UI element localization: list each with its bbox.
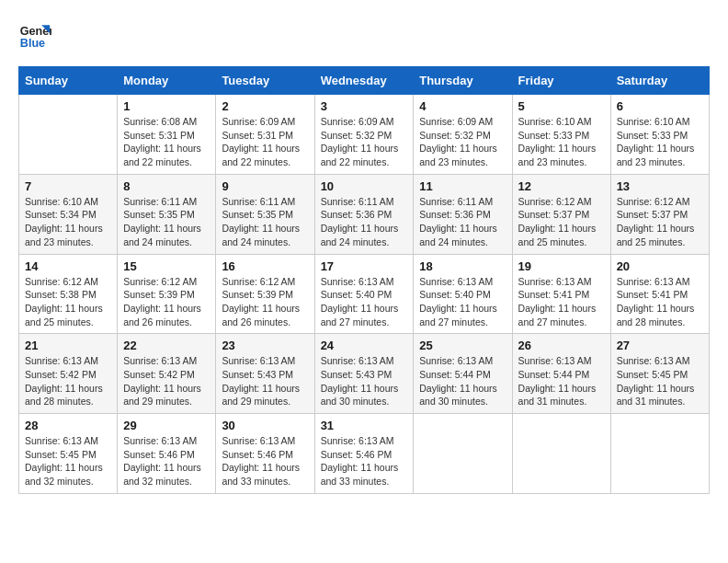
header-friday: Friday	[512, 67, 610, 95]
day-cell: 2Sunrise: 6:09 AMSunset: 5:31 PMDaylight…	[216, 95, 314, 175]
day-detail: Sunrise: 6:13 AMSunset: 5:41 PMDaylight:…	[518, 275, 605, 329]
day-number: 11	[419, 179, 506, 193]
day-number: 21	[25, 339, 111, 352]
day-cell: 13Sunrise: 6:12 AMSunset: 5:37 PMDayligh…	[610, 174, 709, 254]
day-detail: Sunrise: 6:12 AMSunset: 5:39 PMDaylight:…	[222, 275, 308, 329]
day-cell: 22Sunrise: 6:13 AMSunset: 5:42 PMDayligh…	[118, 334, 216, 414]
day-number: 15	[123, 259, 210, 273]
day-number: 12	[518, 179, 605, 193]
day-detail: Sunrise: 6:11 AMSunset: 5:35 PMDaylight:…	[123, 195, 210, 249]
logo: General Blue	[18, 18, 57, 52]
header-tuesday: Tuesday	[216, 67, 314, 95]
day-number: 5	[518, 99, 605, 113]
day-detail: Sunrise: 6:12 AMSunset: 5:38 PMDaylight:…	[25, 275, 111, 329]
page-header: General Blue	[18, 18, 710, 52]
day-detail: Sunrise: 6:13 AMSunset: 5:45 PMDaylight:…	[617, 354, 703, 408]
day-detail: Sunrise: 6:12 AMSunset: 5:39 PMDaylight:…	[123, 275, 210, 329]
logo-icon: General Blue	[18, 18, 51, 52]
day-cell: 1Sunrise: 6:08 AMSunset: 5:31 PMDaylight…	[118, 95, 216, 175]
day-number: 30	[222, 419, 308, 432]
day-detail: Sunrise: 6:13 AMSunset: 5:43 PMDaylight:…	[321, 354, 408, 408]
day-cell: 9Sunrise: 6:11 AMSunset: 5:35 PMDaylight…	[216, 174, 314, 254]
day-detail: Sunrise: 6:11 AMSunset: 5:35 PMDaylight:…	[222, 195, 308, 249]
svg-text:Blue: Blue	[20, 37, 45, 50]
day-cell: 16Sunrise: 6:12 AMSunset: 5:39 PMDayligh…	[216, 254, 314, 334]
day-detail: Sunrise: 6:13 AMSunset: 5:40 PMDaylight:…	[419, 275, 506, 329]
day-cell: 4Sunrise: 6:09 AMSunset: 5:32 PMDaylight…	[414, 95, 512, 175]
day-cell	[19, 95, 118, 175]
day-number: 23	[222, 339, 308, 352]
day-number: 8	[123, 179, 210, 193]
day-number: 6	[617, 99, 703, 113]
day-number: 7	[25, 179, 111, 193]
week-row-3: 21Sunrise: 6:13 AMSunset: 5:42 PMDayligh…	[19, 334, 710, 414]
day-detail: Sunrise: 6:13 AMSunset: 5:43 PMDaylight:…	[222, 354, 308, 408]
day-cell: 21Sunrise: 6:13 AMSunset: 5:42 PMDayligh…	[19, 334, 118, 414]
day-number: 2	[222, 99, 308, 113]
day-cell: 12Sunrise: 6:12 AMSunset: 5:37 PMDayligh…	[512, 174, 610, 254]
day-detail: Sunrise: 6:13 AMSunset: 5:44 PMDaylight:…	[419, 354, 506, 408]
day-number: 16	[222, 259, 308, 273]
day-number: 18	[419, 259, 506, 273]
day-number: 26	[518, 339, 605, 352]
day-number: 25	[419, 339, 506, 352]
header-wednesday: Wednesday	[314, 67, 414, 95]
day-cell: 6Sunrise: 6:10 AMSunset: 5:33 PMDaylight…	[610, 95, 709, 175]
day-detail: Sunrise: 6:09 AMSunset: 5:31 PMDaylight:…	[222, 115, 308, 169]
day-cell: 17Sunrise: 6:13 AMSunset: 5:40 PMDayligh…	[314, 254, 414, 334]
day-detail: Sunrise: 6:13 AMSunset: 5:46 PMDaylight:…	[321, 434, 408, 488]
day-cell: 3Sunrise: 6:09 AMSunset: 5:32 PMDaylight…	[314, 95, 414, 175]
day-cell: 31Sunrise: 6:13 AMSunset: 5:46 PMDayligh…	[314, 414, 414, 494]
day-cell	[414, 414, 512, 494]
day-cell: 24Sunrise: 6:13 AMSunset: 5:43 PMDayligh…	[314, 334, 414, 414]
day-cell: 19Sunrise: 6:13 AMSunset: 5:41 PMDayligh…	[512, 254, 610, 334]
day-number: 17	[321, 259, 408, 273]
day-number: 31	[321, 419, 408, 432]
day-number: 28	[25, 419, 111, 432]
day-cell: 10Sunrise: 6:11 AMSunset: 5:36 PMDayligh…	[314, 174, 414, 254]
day-detail: Sunrise: 6:11 AMSunset: 5:36 PMDaylight:…	[321, 195, 408, 249]
day-detail: Sunrise: 6:13 AMSunset: 5:42 PMDaylight:…	[25, 354, 111, 408]
day-detail: Sunrise: 6:08 AMSunset: 5:31 PMDaylight:…	[123, 115, 210, 169]
day-number: 22	[123, 339, 210, 352]
day-cell: 29Sunrise: 6:13 AMSunset: 5:46 PMDayligh…	[118, 414, 216, 494]
day-detail: Sunrise: 6:11 AMSunset: 5:36 PMDaylight:…	[419, 195, 506, 249]
day-number: 1	[123, 99, 210, 113]
week-row-0: 1Sunrise: 6:08 AMSunset: 5:31 PMDaylight…	[19, 95, 710, 175]
day-cell: 20Sunrise: 6:13 AMSunset: 5:41 PMDayligh…	[610, 254, 709, 334]
day-number: 14	[25, 259, 111, 273]
day-number: 19	[518, 259, 605, 273]
day-detail: Sunrise: 6:12 AMSunset: 5:37 PMDaylight:…	[617, 195, 703, 249]
day-number: 9	[222, 179, 308, 193]
day-number: 27	[617, 339, 703, 352]
header-saturday: Saturday	[610, 67, 709, 95]
day-cell	[610, 414, 709, 494]
week-row-1: 7Sunrise: 6:10 AMSunset: 5:34 PMDaylight…	[19, 174, 710, 254]
day-cell: 8Sunrise: 6:11 AMSunset: 5:35 PMDaylight…	[118, 174, 216, 254]
day-cell	[512, 414, 610, 494]
day-detail: Sunrise: 6:13 AMSunset: 5:45 PMDaylight:…	[25, 434, 111, 488]
day-cell: 23Sunrise: 6:13 AMSunset: 5:43 PMDayligh…	[216, 334, 314, 414]
week-row-4: 28Sunrise: 6:13 AMSunset: 5:45 PMDayligh…	[19, 414, 710, 494]
day-detail: Sunrise: 6:13 AMSunset: 5:46 PMDaylight:…	[222, 434, 308, 488]
day-cell: 15Sunrise: 6:12 AMSunset: 5:39 PMDayligh…	[118, 254, 216, 334]
day-cell: 26Sunrise: 6:13 AMSunset: 5:44 PMDayligh…	[512, 334, 610, 414]
day-detail: Sunrise: 6:10 AMSunset: 5:34 PMDaylight:…	[25, 195, 111, 249]
day-detail: Sunrise: 6:13 AMSunset: 5:42 PMDaylight:…	[123, 354, 210, 408]
day-detail: Sunrise: 6:10 AMSunset: 5:33 PMDaylight:…	[518, 115, 605, 169]
day-detail: Sunrise: 6:12 AMSunset: 5:37 PMDaylight:…	[518, 195, 605, 249]
day-detail: Sunrise: 6:13 AMSunset: 5:44 PMDaylight:…	[518, 354, 605, 408]
day-detail: Sunrise: 6:13 AMSunset: 5:40 PMDaylight:…	[321, 275, 408, 329]
header-monday: Monday	[118, 67, 216, 95]
day-number: 24	[321, 339, 408, 352]
day-cell: 7Sunrise: 6:10 AMSunset: 5:34 PMDaylight…	[19, 174, 118, 254]
day-number: 10	[321, 179, 408, 193]
day-number: 13	[617, 179, 703, 193]
day-cell: 27Sunrise: 6:13 AMSunset: 5:45 PMDayligh…	[610, 334, 709, 414]
header-thursday: Thursday	[414, 67, 512, 95]
day-cell: 14Sunrise: 6:12 AMSunset: 5:38 PMDayligh…	[19, 254, 118, 334]
day-cell: 28Sunrise: 6:13 AMSunset: 5:45 PMDayligh…	[19, 414, 118, 494]
day-number: 20	[617, 259, 703, 273]
day-detail: Sunrise: 6:09 AMSunset: 5:32 PMDaylight:…	[321, 115, 408, 169]
day-cell: 18Sunrise: 6:13 AMSunset: 5:40 PMDayligh…	[414, 254, 512, 334]
